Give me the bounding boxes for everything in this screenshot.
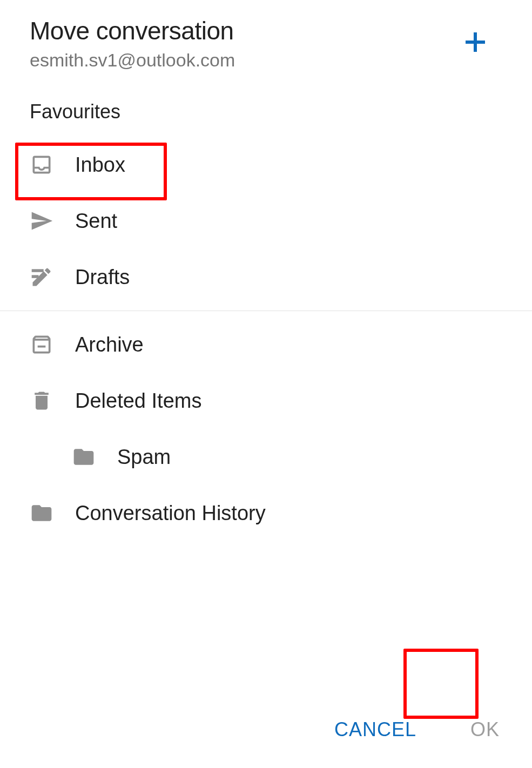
folder-item-inbox[interactable]: Inbox [0, 137, 532, 193]
folder-item-archive[interactable]: Archive [0, 316, 532, 373]
svg-rect-3 [32, 275, 39, 278]
svg-rect-1 [466, 41, 485, 44]
folder-item-drafts[interactable]: Drafts [0, 249, 532, 305]
dialog-button-bar: CANCEL OK [0, 691, 532, 768]
folder-label: Inbox [75, 153, 125, 177]
trash-icon [30, 389, 53, 413]
favourites-section-title: Favourites [0, 82, 532, 137]
folders-list: Archive Deleted Items Spam Conversation … [0, 316, 532, 541]
add-folder-button[interactable] [459, 27, 491, 59]
ok-button[interactable]: OK [454, 708, 516, 752]
folder-label: Deleted Items [75, 389, 201, 413]
dialog-header: Move conversation esmith.sv1@outlook.com [0, 0, 532, 82]
folder-icon [30, 501, 53, 525]
header-text: Move conversation esmith.sv1@outlook.com [30, 16, 459, 71]
folder-item-sent[interactable]: Sent [0, 193, 532, 249]
folder-label: Spam [117, 446, 171, 469]
section-divider [0, 311, 532, 311]
plus-icon [464, 31, 486, 55]
folder-item-deleted[interactable]: Deleted Items [0, 373, 532, 429]
sent-icon [30, 209, 53, 233]
folder-label: Conversation History [75, 502, 266, 525]
inbox-icon [30, 153, 53, 177]
folder-item-conversation-history[interactable]: Conversation History [0, 485, 532, 541]
folder-label: Sent [75, 210, 117, 233]
drafts-icon [30, 265, 53, 289]
folder-icon [72, 445, 96, 469]
dialog-title: Move conversation [30, 16, 459, 45]
cancel-button[interactable]: CANCEL [318, 708, 433, 752]
folder-item-spam[interactable]: Spam [0, 429, 532, 485]
archive-icon [30, 333, 53, 356]
folder-label: Drafts [75, 266, 130, 289]
favourites-list: Inbox Sent Drafts [0, 137, 532, 305]
folder-label: Archive [75, 333, 144, 356]
account-email: esmith.sv1@outlook.com [30, 50, 459, 71]
svg-rect-2 [32, 269, 44, 272]
